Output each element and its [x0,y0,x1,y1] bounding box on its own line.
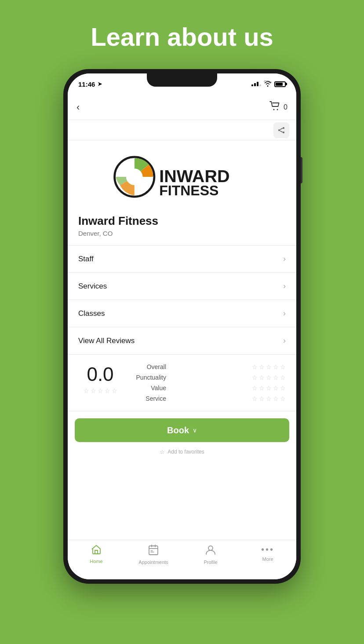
star-5: ☆ [112,387,117,394]
bottom-nav: Home Appointments [68,540,296,579]
business-name: Inward Fitness [78,214,286,228]
svg-point-7 [208,546,213,550]
business-info: Inward Fitness Denver, CO [68,210,296,245]
svg-rect-6 [149,546,158,555]
nav-appointments[interactable]: Appointments [125,545,182,565]
overall-score-block: 0.0 ☆ ☆ ☆ ☆ ☆ [78,363,122,394]
scroll-content: INWARD FITNESS Inward Fitness Denver, CO… [68,140,296,540]
value-label: Value [131,384,166,392]
menu-item-staff[interactable]: Staff › [68,245,296,273]
notch [147,73,217,87]
phone-frame: 11:46 ➤ [63,69,301,584]
nav-profile[interactable]: Profile [182,545,239,565]
overall-label: Overall [131,363,166,370]
services-label: Services [78,282,107,291]
punctuality-stars: ☆ ☆ ☆ ☆ ☆ [252,374,286,381]
svg-point-3 [126,168,143,185]
nav-home[interactable]: Home [68,545,125,564]
appointments-icon [149,545,158,558]
phone-side-button [301,157,302,183]
star-3: ☆ [98,387,103,394]
menu-item-classes[interactable]: Classes › [68,300,296,327]
phone-screen: 11:46 ➤ [68,73,296,579]
more-label: More [262,556,273,562]
profile-icon [206,545,215,558]
book-button[interactable]: Book ∨ [75,418,289,442]
book-label: Book [167,425,189,435]
battery-icon [274,81,286,87]
chevron-icon: › [283,309,286,318]
wifi-icon [264,80,272,88]
back-button[interactable]: ‹ [76,102,80,113]
rating-row-punctuality: Punctuality ☆ ☆ ☆ ☆ ☆ [131,374,286,381]
chevron-icon: › [283,254,286,263]
score-number: 0.0 [87,363,113,385]
star-1: ☆ [84,387,89,394]
bookmark-row: ☆ Add to favorites [160,449,204,455]
reviews-label: View All Reviews [78,337,135,345]
bookmark-icon: ☆ [160,449,165,455]
service-label: Service [131,395,166,402]
value-stars: ☆ ☆ ☆ ☆ ☆ [252,384,286,392]
chevron-icon: › [283,282,286,291]
share-row [68,120,296,140]
cart-area[interactable]: 0 [269,101,288,113]
status-time: 11:46 ➤ [78,80,102,88]
status-bar: 11:46 ➤ [68,73,296,95]
profile-label: Profile [204,560,217,565]
rating-row-overall: Overall ☆ ☆ ☆ ☆ ☆ [131,363,286,370]
score-stars: ☆ ☆ ☆ ☆ ☆ [84,387,117,394]
bookmark-text: Add to favorites [167,449,204,455]
ratings-section: 0.0 ☆ ☆ ☆ ☆ ☆ Overall ☆ ☆ [68,355,296,411]
classes-label: Classes [78,309,105,318]
svg-text:FITNESS: FITNESS [159,183,218,198]
nav-more[interactable]: ••• More [239,545,296,562]
ratings-details: Overall ☆ ☆ ☆ ☆ ☆ Punctuality ☆ [131,363,286,402]
page-headline: Learn about us [91,22,273,51]
star-4: ☆ [105,387,110,394]
cart-count: 0 [284,103,288,111]
location-icon: ➤ [98,81,102,87]
rating-row-value: Value ☆ ☆ ☆ ☆ ☆ [131,384,286,392]
svg-point-0 [273,109,275,110]
business-location: Denver, CO [78,230,286,237]
status-icons [251,80,286,88]
appointments-label: Appointments [138,560,168,565]
overall-stars: ☆ ☆ ☆ ☆ ☆ [252,363,286,370]
rating-row-service: Service ☆ ☆ ☆ ☆ ☆ [131,395,286,402]
cart-icon [269,101,281,113]
share-button[interactable] [273,122,289,138]
punctuality-label: Punctuality [131,374,166,381]
home-icon [91,545,102,557]
more-icon: ••• [261,545,274,555]
service-stars: ☆ ☆ ☆ ☆ ☆ [252,395,286,402]
staff-label: Staff [78,255,94,263]
book-chevron-icon: ∨ [193,427,197,434]
menu-item-reviews[interactable]: View All Reviews › [68,327,296,355]
bottom-partial: ☆ Add to favorites [68,446,296,458]
app-header: ‹ 0 [68,95,296,120]
brand-logo: INWARD FITNESS [112,153,252,201]
logo-area: INWARD FITNESS [68,140,296,210]
svg-point-1 [277,109,278,110]
menu-item-services[interactable]: Services › [68,273,296,300]
home-label: Home [90,559,102,564]
chevron-icon: › [283,336,286,345]
signal-icon [251,82,261,86]
star-2: ☆ [91,387,96,394]
